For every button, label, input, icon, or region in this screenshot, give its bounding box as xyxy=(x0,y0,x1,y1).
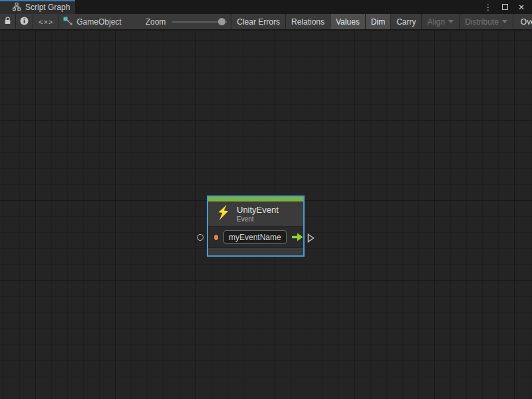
zoom-slider-knob[interactable] xyxy=(218,18,225,25)
window-controls: ⋮ ✕ xyxy=(483,0,532,14)
tab-title: Script Graph xyxy=(25,3,70,12)
relations-toggle[interactable]: Relations xyxy=(286,14,331,29)
node-port-row xyxy=(208,227,303,247)
info-icon xyxy=(20,17,29,27)
lightning-bolt-icon xyxy=(217,204,229,223)
control-output-arrow-icon[interactable] xyxy=(291,233,303,241)
lock-button[interactable] xyxy=(0,14,16,29)
clear-errors-button[interactable]: Clear Errors xyxy=(231,14,286,29)
graph-context-group: GameObject Zoom 1x xyxy=(59,14,231,29)
node-title: UnityEvent xyxy=(237,205,279,215)
output-port-triangle[interactable] xyxy=(307,233,315,245)
graph-icon xyxy=(13,1,21,13)
carry-toggle[interactable]: Carry xyxy=(391,14,422,29)
dim-toggle[interactable]: Dim xyxy=(366,14,391,29)
tab-script-graph[interactable]: Script Graph xyxy=(0,0,75,14)
angle-brackets-x-icon: <×> xyxy=(39,18,53,26)
unity-event-node[interactable]: UnityEvent Event xyxy=(207,196,305,257)
node-header[interactable]: UnityEvent Event xyxy=(208,201,303,227)
active-tab-indicator xyxy=(0,0,75,1)
distribute-label: Distribute xyxy=(465,17,499,27)
gameobject-label[interactable]: GameObject xyxy=(76,17,121,27)
chevron-down-icon xyxy=(448,20,454,23)
script-graph-window: Script Graph ⋮ ✕ xyxy=(0,0,532,399)
tab-bar: Script Graph ⋮ ✕ xyxy=(0,0,532,14)
info-button[interactable] xyxy=(16,14,33,29)
window-menu-icon[interactable]: ⋮ xyxy=(483,2,493,13)
event-name-input[interactable] xyxy=(223,230,287,244)
zoom-slider-label: Zoom xyxy=(146,17,166,27)
value-input-port-icon[interactable] xyxy=(214,235,218,240)
lock-icon xyxy=(4,17,11,27)
event-accent-bar xyxy=(208,197,303,201)
close-icon[interactable]: ✕ xyxy=(516,2,527,13)
chevron-down-icon xyxy=(502,20,507,23)
align-label: Align xyxy=(427,17,445,27)
gameobject-icon xyxy=(63,16,72,28)
node-footer xyxy=(208,247,303,255)
input-port-circle[interactable] xyxy=(197,234,203,241)
maximize-icon[interactable] xyxy=(499,2,510,13)
graph-toolbar: <×> GameObject Zoom 1x Clear Errors Rela… xyxy=(0,14,532,30)
graph-canvas[interactable]: UnityEvent Event xyxy=(0,31,532,399)
node-subtitle: Event xyxy=(237,215,279,223)
align-dropdown[interactable]: Align xyxy=(422,14,460,29)
overview-button[interactable]: Overview xyxy=(513,14,532,29)
zoom-slider[interactable] xyxy=(172,18,227,26)
distribute-dropdown[interactable]: Distribute xyxy=(460,14,513,29)
edit-source-button[interactable]: <×> xyxy=(33,14,59,29)
values-toggle[interactable]: Values xyxy=(331,14,366,29)
